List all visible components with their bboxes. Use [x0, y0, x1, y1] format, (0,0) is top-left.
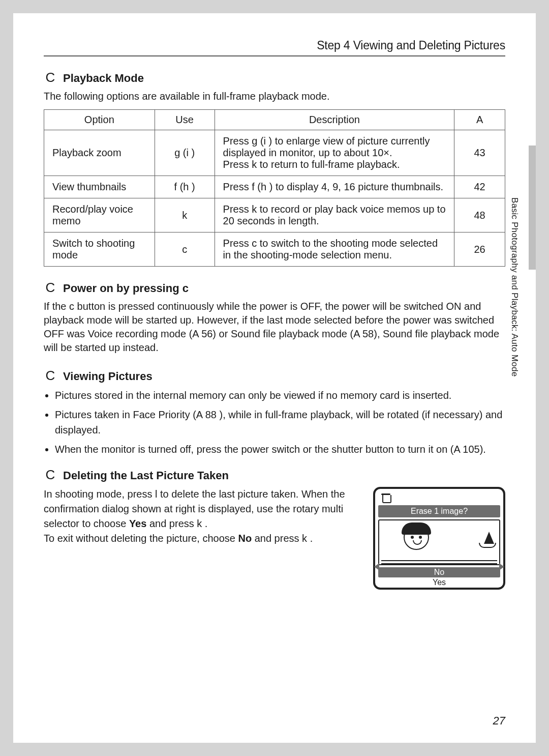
manual-page: Step 4 Viewing and Deleting Pictures C P… [13, 13, 536, 743]
th-option: Option [44, 110, 155, 130]
erase-dialog-option-no: No [378, 567, 500, 577]
selector-left-icon [374, 563, 379, 570]
section-power-on-heading: C Power on by pressing c [44, 280, 505, 296]
section-viewing-pictures-heading: C Viewing Pictures [44, 368, 505, 384]
page-number: 27 [493, 714, 505, 728]
section-title: Viewing Pictures [63, 370, 152, 383]
section-delete-last-heading: C Deleting the Last Picture Taken [44, 467, 505, 483]
note-icon: C [44, 467, 57, 483]
cell-option: Playback zoom [44, 130, 155, 176]
delete-last-text: In shooting mode, press l to delete the … [44, 487, 361, 546]
text-bold-yes: Yes [129, 518, 146, 529]
cell-desc: Press f (h ) to display 4, 9, 16 picture… [215, 176, 454, 198]
th-desc: Description [215, 110, 454, 130]
section-intro: The following options are available in f… [44, 90, 505, 103]
text: and press k . [252, 533, 313, 544]
selector-right-icon [499, 563, 504, 570]
cell-option: View thumbnails [44, 176, 155, 198]
erase-dialog-title: Erase 1 image? [378, 505, 500, 517]
section-playback-mode-heading: C Playback Mode [44, 70, 505, 85]
text: and press k . [146, 518, 207, 529]
viewing-pictures-list: Pictures stored in the internal memory c… [44, 388, 505, 457]
list-item: When the monitor is turned off, press th… [55, 442, 505, 457]
cell-page: 42 [454, 176, 505, 198]
list-item: Pictures stored in the internal memory c… [55, 388, 505, 403]
erase-dialog: Erase 1 image? No Yes [373, 487, 505, 590]
erase-dialog-figure: Erase 1 image? No Yes [373, 487, 505, 590]
note-icon: C [44, 70, 57, 85]
list-item: Pictures taken in Face Priority (A 88 ),… [55, 407, 505, 438]
table-row: View thumbnails f (h ) Press f (h ) to d… [44, 176, 505, 198]
table-row: Record/play voice memo k Press k to reco… [44, 198, 505, 232]
trash-icon [381, 492, 390, 503]
section-thumb-tab [529, 146, 536, 270]
cell-desc: Press c to switch to the shooting mode s… [215, 232, 454, 267]
th-use: Use [155, 110, 215, 130]
th-page: A [454, 110, 505, 130]
cell-desc: Press k to record or play back voice mem… [215, 198, 454, 232]
erase-dialog-thumbnail [378, 519, 500, 565]
cell-page: 26 [454, 232, 505, 267]
section-title: Playback Mode [63, 72, 144, 85]
section-title: Power on by pressing c [63, 282, 189, 295]
playback-options-table: Option Use Description A Playback zoom g… [44, 109, 505, 267]
delete-last-content: In shooting mode, press l to delete the … [44, 487, 505, 590]
cell-use: c [155, 232, 215, 267]
chapter-side-label: Basic Photography and Playback: Auto Mod… [509, 197, 520, 377]
section-body: If the c button is pressed continuously … [44, 300, 505, 355]
section-title: Deleting the Last Picture Taken [63, 469, 229, 482]
cell-use: f (h ) [155, 176, 215, 198]
cell-page: 48 [454, 198, 505, 232]
page-header: Step 4 Viewing and Deleting Pictures [44, 23, 505, 56]
text: To exit without deleting the picture, ch… [44, 533, 238, 544]
erase-dialog-option-yes: Yes [378, 577, 500, 588]
table-row: Playback zoom g (i ) Press g (i ) to enl… [44, 130, 505, 176]
cell-page: 43 [454, 130, 505, 176]
cell-option: Record/play voice memo [44, 198, 155, 232]
table-row: Switch to shooting mode c Press c to swi… [44, 232, 505, 267]
cell-use: k [155, 198, 215, 232]
table-header-row: Option Use Description A [44, 110, 505, 130]
cell-desc: Press g (i ) to enlarge view of picture … [215, 130, 454, 176]
cell-option: Switch to shooting mode [44, 232, 155, 267]
note-icon: C [44, 280, 57, 296]
cell-use: g (i ) [155, 130, 215, 176]
text-bold-no: No [238, 533, 252, 544]
note-icon: C [44, 368, 57, 384]
